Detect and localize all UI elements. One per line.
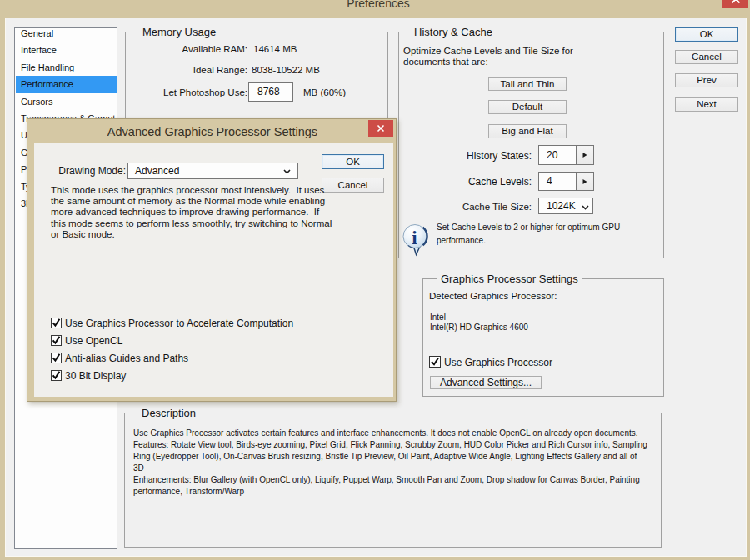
svg-text:i: i xyxy=(412,228,418,248)
